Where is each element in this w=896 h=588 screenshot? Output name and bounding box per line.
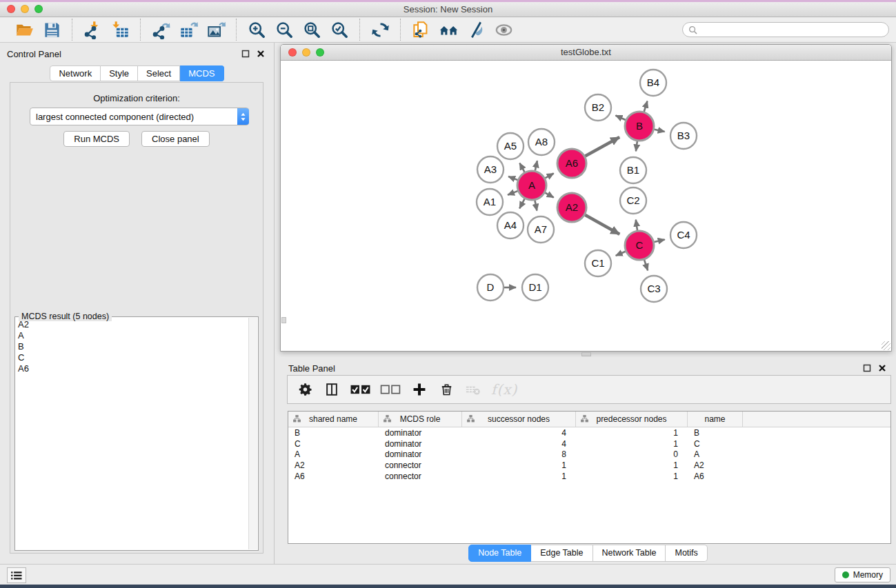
mcds-result-item[interactable]: A6 <box>15 363 248 374</box>
export-network-icon[interactable] <box>150 19 172 41</box>
run-mcds-button[interactable]: Run MCDS <box>63 131 130 147</box>
graph-edge-A-A1[interactable] <box>508 191 517 195</box>
minimize-window-button[interactable] <box>21 5 29 13</box>
window-resize-grip[interactable] <box>882 341 890 350</box>
network-window-titlebar[interactable]: testGlobe.txt <box>281 45 891 61</box>
memory-button[interactable]: Memory <box>835 567 890 582</box>
graph-node-A8[interactable]: A8 <box>528 129 555 155</box>
settings-icon[interactable] <box>295 378 315 401</box>
deselect-all-icon[interactable] <box>379 378 403 401</box>
graph-node-A[interactable]: A <box>517 171 546 200</box>
close-panel-button[interactable]: Close panel <box>141 131 210 147</box>
network-canvas[interactable]: B4B2BB3A5A8A6B1A3AC2A1A2A4A7C4CC1C3DD1 <box>281 61 891 351</box>
float-panel-icon[interactable] <box>241 50 250 58</box>
columns-icon[interactable] <box>321 378 342 401</box>
graph-node-A6[interactable]: A6 <box>557 149 586 178</box>
mcds-result-item[interactable]: B <box>15 341 248 352</box>
table-row[interactable]: A2connector11A2 <box>288 460 890 471</box>
tab-motifs[interactable]: Motifs <box>666 545 707 562</box>
graph-node-B2[interactable]: B2 <box>585 94 611 121</box>
graph-edge-C-C4[interactable] <box>654 239 664 242</box>
refresh-icon[interactable] <box>369 19 391 41</box>
graph-edge-A-A8[interactable] <box>535 161 537 170</box>
open-session-icon[interactable] <box>13 19 35 41</box>
tab-network[interactable]: Network <box>50 65 101 81</box>
table-row[interactable]: Cdominator41C <box>288 438 890 449</box>
zoom-selected-icon[interactable] <box>328 19 350 41</box>
graph-node-B4[interactable]: B4 <box>640 70 666 96</box>
mcds-result-item[interactable]: A2 <box>15 319 248 330</box>
save-session-icon[interactable] <box>41 19 63 41</box>
close-table-panel-icon[interactable] <box>878 364 886 372</box>
graph-edge-A-A6[interactable] <box>545 174 553 179</box>
graph-node-B1[interactable]: B1 <box>620 157 646 183</box>
import-table-icon[interactable] <box>109 19 131 41</box>
graph-node-A3[interactable]: A3 <box>477 156 504 183</box>
tab-select[interactable]: Select <box>138 65 180 81</box>
zoom-fit-icon[interactable] <box>301 19 323 41</box>
splitter-grip-vertical[interactable] <box>281 317 286 323</box>
graph-edge-A6-B[interactable] <box>585 137 619 156</box>
minimize-network-window-button[interactable] <box>302 48 310 57</box>
zoom-network-window-button[interactable] <box>316 48 324 57</box>
tab-style[interactable]: Style <box>101 65 138 81</box>
tab-mcds[interactable]: MCDS <box>180 65 223 81</box>
graph-node-A7[interactable]: A7 <box>528 216 554 243</box>
zoom-out-icon[interactable] <box>273 19 295 41</box>
graph-edge-A-A7[interactable] <box>535 201 537 211</box>
mcds-result-item[interactable]: A <box>15 330 248 341</box>
export-table-icon[interactable] <box>177 19 199 41</box>
graph-edge-C-C3[interactable] <box>644 260 648 271</box>
table-row[interactable]: Adominator80A <box>288 449 890 460</box>
task-history-button[interactable] <box>7 567 26 583</box>
graph-node-C3[interactable]: C3 <box>641 276 667 302</box>
splitter-grip-horizontal[interactable] <box>581 352 591 356</box>
float-table-panel-icon[interactable] <box>863 364 871 372</box>
graph-edge-B-B1[interactable] <box>636 141 637 152</box>
toggle-birdseye-icon[interactable] <box>492 19 515 41</box>
search-box[interactable] <box>682 22 889 37</box>
graph-edge-A-A5[interactable] <box>519 163 524 172</box>
export-image-icon[interactable] <box>205 19 227 41</box>
table-row[interactable]: A6connector11A6 <box>288 471 890 482</box>
graph-edge-B-B3[interactable] <box>655 130 665 132</box>
column-header-name[interactable]: name <box>688 412 743 427</box>
graph-edge-A-A3[interactable] <box>508 176 517 180</box>
graph-node-C4[interactable]: C4 <box>670 222 697 248</box>
graph-edge-B-B2[interactable] <box>616 116 626 121</box>
close-network-window-button[interactable] <box>288 48 297 57</box>
graph-node-D[interactable]: D <box>477 274 504 301</box>
delete-row-icon[interactable] <box>436 378 457 401</box>
table-row[interactable]: Bdominator41B <box>288 427 890 438</box>
zoom-in-icon[interactable] <box>246 19 268 41</box>
graph-node-A1[interactable]: A1 <box>477 189 503 215</box>
graph-edge-B-B4[interactable] <box>644 101 648 112</box>
show-all-networks-icon[interactable] <box>437 19 459 41</box>
graph-node-D1[interactable]: D1 <box>522 274 548 301</box>
copy-network-style-icon[interactable] <box>410 19 432 41</box>
graph-edge-C-C1[interactable] <box>616 252 626 256</box>
graph-edge-A-A2[interactable] <box>545 193 553 198</box>
tab-edge-table[interactable]: Edge Table <box>531 545 593 562</box>
graph-node-C[interactable]: C <box>625 231 654 260</box>
mcds-result-item[interactable]: C <box>15 352 248 363</box>
graph-edge-A2-C[interactable] <box>585 215 619 234</box>
tab-network-table[interactable]: Network Table <box>593 545 666 562</box>
column-header-shared-name[interactable]: shared name <box>288 412 379 427</box>
column-header-predecessor-nodes[interactable]: predecessor nodes <box>576 412 688 427</box>
optimization-criterion-select[interactable]: largest connected component (directed) <box>30 108 249 125</box>
graph-node-A2[interactable]: A2 <box>557 193 586 222</box>
import-network-icon[interactable] <box>81 19 103 41</box>
graph-edge-C-C2[interactable] <box>636 220 637 231</box>
select-all-icon[interactable] <box>348 378 372 401</box>
graph-node-C2[interactable]: C2 <box>620 187 646 214</box>
toggle-vizmapper-icon[interactable] <box>465 19 487 41</box>
search-input[interactable] <box>701 24 883 35</box>
mcds-list-scrollbar[interactable] <box>248 318 257 549</box>
zoom-window-button[interactable] <box>34 5 43 13</box>
graph-node-A4[interactable]: A4 <box>497 212 524 239</box>
tab-node-table[interactable]: Node Table <box>468 545 531 562</box>
graph-node-A5[interactable]: A5 <box>497 133 524 159</box>
add-row-icon[interactable] <box>409 378 430 401</box>
column-header-MCDS-role[interactable]: MCDS role <box>379 412 462 427</box>
